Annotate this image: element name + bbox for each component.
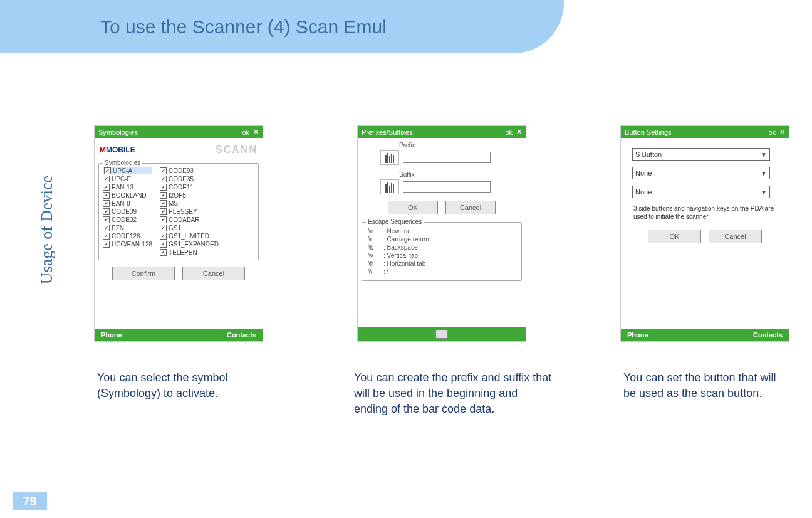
ok-label[interactable]: ok xyxy=(505,129,513,136)
prefix-input[interactable] xyxy=(403,152,491,163)
page-title: To use the Scanner (4) Scan Emul xyxy=(100,16,387,38)
titlebar: Symbologies ok ✕ xyxy=(95,126,263,138)
titlebar-label: Button Settings xyxy=(625,129,672,136)
titlebar-label: Prefixes/Suffixes xyxy=(362,129,413,136)
cancel-button[interactable]: Cancel xyxy=(445,201,496,214)
checkbox-codabar[interactable]: CODABAR xyxy=(160,216,219,223)
titlebar-label: Symbologies xyxy=(98,129,138,136)
checkbox-pzn[interactable]: PZN xyxy=(103,225,152,231)
ok-button[interactable]: OK xyxy=(388,201,438,214)
caption-3: You can set the button that will be used… xyxy=(623,370,786,418)
pda-button-settings: Button Settings ok ✕ S Button▼ None▼ Non… xyxy=(620,125,789,342)
checkbox-code11[interactable]: CODE11 xyxy=(160,184,219,191)
barcode-icon xyxy=(380,150,399,165)
ok-label[interactable]: ok xyxy=(768,129,776,136)
caption-2: You can create the prefix and suffix tha… xyxy=(354,370,554,418)
checkbox-gs1[interactable]: GS1 xyxy=(160,225,219,231)
close-icon[interactable]: ✕ xyxy=(253,128,259,136)
checkbox-telepen[interactable]: TELEPEN xyxy=(160,249,219,256)
symbologies-group: Symbologies UPC-AUPC-EEAN-13BOOKLANDEAN-… xyxy=(98,163,259,260)
chevron-down-icon: ▼ xyxy=(761,170,767,177)
ok-button[interactable]: OK xyxy=(648,230,701,243)
close-icon[interactable]: ✕ xyxy=(779,128,785,136)
barcode-icon xyxy=(380,179,399,194)
checkbox-gs1-limited[interactable]: GS1_LIMITED xyxy=(160,233,219,240)
close-icon[interactable]: ✕ xyxy=(516,128,522,136)
checkbox-plessey[interactable]: PLESSEY xyxy=(160,208,219,215)
mobile-logo: MMOBILE xyxy=(100,145,135,154)
chevron-down-icon: ▼ xyxy=(761,189,767,196)
suffix-label: Suffix xyxy=(399,171,522,178)
scann-text: SCANN xyxy=(216,144,258,156)
checkbox-ean-8[interactable]: EAN-8 xyxy=(103,200,152,207)
cancel-button[interactable]: Cancel xyxy=(182,267,245,280)
checkbox-bookland[interactable]: BOOKLAND xyxy=(103,192,152,199)
softkey-phone[interactable]: Phone xyxy=(627,331,648,339)
confirm-button[interactable]: Confirm xyxy=(112,267,175,280)
hint-text: 3 side buttons and navigation keys on th… xyxy=(633,204,776,221)
checkbox-upc-a[interactable]: UPC-A xyxy=(103,167,152,174)
checkbox-code128[interactable]: CODE128 xyxy=(103,233,152,240)
titlebar: Prefixes/Suffixes ok ✕ xyxy=(358,126,526,138)
select-button-2[interactable]: None▼ xyxy=(632,167,770,179)
select-button-3[interactable]: None▼ xyxy=(632,186,770,198)
pda-prefix-suffix: Prefixes/Suffixes ok ✕ Prefix Suffix xyxy=(357,125,526,342)
checkbox-code35[interactable]: CODE35 xyxy=(160,176,219,182)
softkey-contacts[interactable]: Contacts xyxy=(753,331,783,339)
captions-row: You can select the symbol (Symbology) to… xyxy=(97,370,786,418)
cancel-button[interactable]: Cancel xyxy=(709,230,762,243)
header-bar: To use the Scanner (4) Scan Emul xyxy=(0,0,564,53)
softkey-contacts[interactable]: Contacts xyxy=(227,331,256,339)
ok-label[interactable]: ok xyxy=(242,129,249,136)
checkbox-code93[interactable]: CODE93 xyxy=(160,167,219,174)
escape-group: Escape Sequences \n: New line \r: Carria… xyxy=(362,222,522,281)
keyboard-icon[interactable] xyxy=(435,330,448,339)
pda-symbologies: Symbologies ok ✕ MMOBILE SCANN Symbologi… xyxy=(94,125,263,342)
caption-1: You can select the symbol (Symbology) to… xyxy=(97,370,285,418)
titlebar: Button Settings ok ✕ xyxy=(621,126,789,138)
checkbox-msi[interactable]: MSI xyxy=(160,200,219,207)
checkbox-code39[interactable]: CODE39 xyxy=(103,208,152,215)
side-tab: Usage of Device xyxy=(38,176,56,284)
checkbox-upc-e[interactable]: UPC-E xyxy=(103,176,152,182)
suffix-input[interactable] xyxy=(403,181,491,193)
screenshots-row: Symbologies ok ✕ MMOBILE SCANN Symbologi… xyxy=(94,125,789,342)
prefix-label: Prefix xyxy=(399,142,522,149)
softkey-phone[interactable]: Phone xyxy=(101,331,122,339)
select-button-1[interactable]: S Button▼ xyxy=(632,148,770,161)
chevron-down-icon: ▼ xyxy=(761,151,767,158)
checkbox-code32[interactable]: CODE32 xyxy=(103,216,152,223)
page-number: 79 xyxy=(13,492,47,510)
checkbox-ean-13[interactable]: EAN-13 xyxy=(103,184,152,191)
checkbox-gs1-expanded[interactable]: GS1_EXPANDED xyxy=(160,241,219,248)
checkbox-ucc-ean-128[interactable]: UCC/EAN-128 xyxy=(103,241,152,248)
checkbox-i2of5[interactable]: I2OF5 xyxy=(160,192,219,199)
